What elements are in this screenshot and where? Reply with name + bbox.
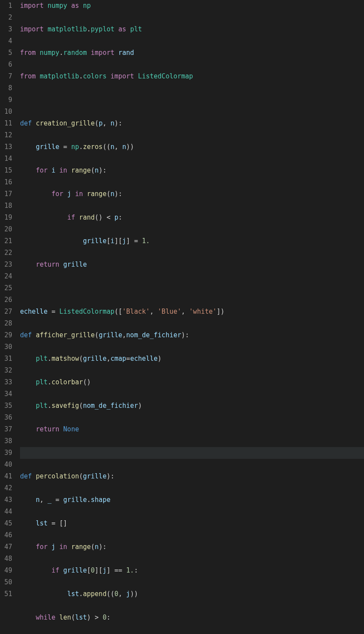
code-line[interactable]: def afficher_grille(grille,nom_de_fichie… bbox=[20, 329, 364, 341]
code-line[interactable]: for i in range(n): bbox=[20, 165, 364, 176]
code-line[interactable]: plt.colorbar() bbox=[20, 376, 364, 388]
token-var: n bbox=[95, 166, 99, 174]
line-number: 19 bbox=[3, 212, 12, 224]
token-punc: (( bbox=[107, 590, 115, 598]
code-line[interactable]: import numpy as np bbox=[20, 0, 364, 12]
token-op bbox=[36, 72, 40, 80]
code-line[interactable]: lst = [] bbox=[20, 518, 364, 529]
token-fn: zeros bbox=[83, 143, 103, 151]
token-fn: range bbox=[71, 543, 91, 551]
code-line[interactable] bbox=[20, 447, 364, 459]
code-line[interactable]: if rand() < p: bbox=[20, 212, 364, 224]
code-line[interactable]: grille = np.zeros((n, n)) bbox=[20, 141, 364, 153]
code-area[interactable]: import numpy as np import matplotlib.pyp… bbox=[18, 0, 364, 634]
code-line[interactable]: n, _ = grille.shape bbox=[20, 494, 364, 506]
code-line[interactable]: lst.append((0, j)) bbox=[20, 588, 364, 600]
token-punc: . bbox=[47, 402, 51, 410]
line-number: 39 bbox=[3, 447, 12, 459]
token-punc: [ bbox=[107, 237, 111, 245]
code-line[interactable]: from matplotlib.colors import ListedColo… bbox=[20, 71, 364, 82]
token-mod: plt bbox=[36, 402, 47, 410]
line-number: 45 bbox=[3, 518, 12, 529]
line-number: 14 bbox=[3, 153, 12, 165]
line-number: 49 bbox=[3, 565, 12, 576]
token-punc: , bbox=[103, 119, 111, 127]
code-line[interactable]: grille[i][j] = 1. bbox=[20, 235, 364, 247]
token-op bbox=[20, 496, 36, 504]
token-punc: (( bbox=[103, 143, 111, 151]
code-line[interactable]: def creation_grille(p, n): bbox=[20, 118, 364, 129]
token-kw: import bbox=[111, 72, 134, 80]
token-kw: for bbox=[51, 190, 63, 198]
token-punc: ): bbox=[115, 190, 122, 198]
token-op bbox=[32, 119, 36, 127]
token-mod: np bbox=[71, 143, 79, 151]
token-punc: , bbox=[150, 308, 158, 315]
token-punc: , bbox=[107, 355, 111, 363]
line-number: 46 bbox=[3, 529, 12, 541]
code-line[interactable]: return grille bbox=[20, 259, 364, 271]
token-param: nom_de_fichier bbox=[126, 331, 181, 339]
code-line[interactable] bbox=[20, 282, 364, 294]
line-number: 7 bbox=[3, 71, 12, 82]
token-op bbox=[59, 566, 63, 574]
token-op bbox=[83, 190, 87, 198]
code-line[interactable]: from numpy.random import rand bbox=[20, 47, 364, 59]
token-punc: ]) bbox=[217, 308, 225, 315]
code-line[interactable]: echelle = ListedColormap(['Black', 'Blue… bbox=[20, 306, 364, 318]
token-var: lst bbox=[75, 614, 87, 621]
token-num: 0 bbox=[91, 566, 95, 574]
token-var: n bbox=[95, 543, 99, 551]
token-var: grille bbox=[36, 143, 59, 151]
token-punc: . bbox=[59, 49, 63, 57]
token-op bbox=[20, 543, 36, 551]
token-kw: for bbox=[36, 543, 47, 551]
token-punc: ) bbox=[158, 355, 162, 363]
token-op: = bbox=[130, 237, 142, 245]
line-number: 22 bbox=[3, 247, 12, 259]
token-op bbox=[20, 590, 67, 598]
token-op: = bbox=[47, 519, 59, 527]
token-op bbox=[115, 25, 118, 33]
token-op bbox=[20, 237, 83, 245]
token-kw: from bbox=[20, 72, 36, 80]
token-punc: ( bbox=[79, 355, 83, 363]
token-var: nom_de_fichier bbox=[83, 402, 138, 410]
line-number: 31 bbox=[3, 353, 12, 365]
code-line[interactable]: for j in range(n): bbox=[20, 188, 364, 200]
token-var: lst bbox=[36, 519, 47, 527]
line-number: 51 bbox=[3, 588, 12, 600]
token-var: grille bbox=[83, 355, 107, 363]
line-number: 13 bbox=[3, 141, 12, 153]
token-kw: in bbox=[75, 190, 83, 198]
token-punc: ): bbox=[99, 166, 107, 174]
line-number: 28 bbox=[3, 318, 12, 329]
code-line[interactable]: import matplotlib.pyplot as plt bbox=[20, 24, 364, 35]
line-number: 38 bbox=[3, 435, 12, 447]
token-num: 0 bbox=[103, 614, 107, 621]
code-line[interactable]: while len(lst) > 0: bbox=[20, 612, 364, 624]
token-var: i bbox=[51, 166, 55, 174]
token-mod: plt bbox=[130, 25, 142, 33]
token-kw: from bbox=[20, 49, 36, 57]
token-op bbox=[44, 2, 47, 10]
code-line[interactable]: return None bbox=[20, 424, 364, 435]
code-line[interactable]: for j in range(n): bbox=[20, 541, 364, 553]
token-cls: ListedColormap bbox=[138, 72, 193, 80]
code-editor[interactable]: 1234567891011121314151617181920212223242… bbox=[0, 0, 364, 634]
code-line[interactable]: def percolation(grille): bbox=[20, 471, 364, 482]
token-var: lst bbox=[67, 590, 79, 598]
token-var: j bbox=[51, 543, 55, 551]
token-param: n bbox=[111, 119, 115, 127]
token-op bbox=[55, 614, 59, 621]
code-line[interactable]: plt.matshow(grille,cmap=echelle) bbox=[20, 353, 364, 365]
code-line[interactable]: plt.savefig(nom_de_fichier) bbox=[20, 400, 364, 412]
token-punc: ): bbox=[115, 119, 122, 127]
token-op bbox=[59, 261, 63, 268]
token-var: grille bbox=[63, 566, 87, 574]
token-punc: ) bbox=[138, 402, 142, 410]
token-punc: . bbox=[79, 143, 83, 151]
code-line[interactable]: if grille[0][j] == 1.: bbox=[20, 565, 364, 576]
code-line[interactable] bbox=[20, 94, 364, 106]
token-kw: in bbox=[59, 543, 67, 551]
